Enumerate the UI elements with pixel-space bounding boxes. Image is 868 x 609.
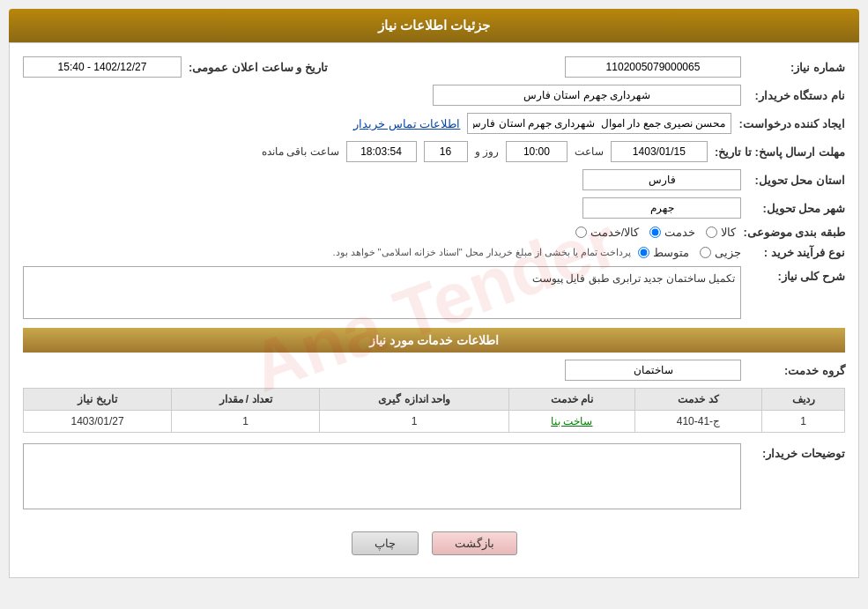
button-bar: بازگشت چاپ — [23, 523, 845, 564]
response-days-input[interactable] — [424, 141, 468, 162]
process-jozii-label: جزیی — [715, 246, 741, 259]
category-kala-khedmat-radio[interactable] — [575, 227, 587, 238]
buyer-notes-label: توضیحات خریدار: — [748, 443, 845, 460]
process-mottavaset-radio[interactable] — [638, 247, 649, 258]
description-text: تکمیل ساختمان جدید ترابری طبق فایل پیوست — [24, 267, 740, 290]
requester-label: ایجاد کننده درخواست: — [738, 117, 845, 130]
need-number-input[interactable] — [565, 56, 741, 78]
col-service-name: نام خدمت — [509, 389, 634, 411]
page-title: جزئیات اطلاعات نیاز — [9, 9, 859, 42]
buyer-org-row: نام دستگاه خریدار: — [23, 85, 845, 106]
process-jozii-radio[interactable] — [700, 247, 711, 258]
response-deadline-row: مهلت ارسال پاسخ: تا تاریخ: ساعت روز و سا… — [23, 141, 845, 162]
table-header-row: ردیف کد خدمت نام خدمت واحد اندازه گیری ت… — [24, 389, 845, 411]
response-remaining-input[interactable] — [346, 141, 417, 162]
announcement-label: تاریخ و ساعت اعلان عمومی: — [189, 61, 328, 74]
process-note: پرداخت تمام یا بخشی از مبلغ خریدار محل "… — [332, 247, 631, 258]
response-day-label: روز و — [475, 145, 499, 158]
delivery-city-row: شهر محل تحویل: — [23, 197, 845, 219]
col-quantity: تعداد / مقدار — [172, 389, 320, 411]
process-mottavaset-option[interactable]: متوسط — [638, 246, 689, 259]
response-time-input[interactable] — [506, 141, 568, 162]
buyer-org-label: نام دستگاه خریدار: — [748, 89, 845, 102]
response-remaining-label: ساعت باقی مانده — [262, 145, 339, 158]
print-button[interactable]: چاپ — [352, 531, 419, 555]
category-khedmat-label: خدمت — [664, 226, 695, 239]
need-number-row: شماره نیاز: تاریخ و ساعت اعلان عمومی: — [23, 56, 845, 78]
contact-link[interactable]: اطلاعات تماس خریدار — [353, 117, 460, 130]
service-group-input[interactable] — [565, 360, 741, 381]
category-khedmat-option[interactable]: خدمت — [649, 226, 695, 239]
delivery-city-input[interactable] — [582, 197, 741, 219]
need-number-label: شماره نیاز: — [748, 61, 845, 74]
services-section-header: اطلاعات خدمات مورد نیاز — [23, 328, 845, 353]
col-unit: واحد اندازه گیری — [319, 389, 508, 411]
requester-row: ایجاد کننده درخواست: اطلاعات تماس خریدار — [23, 113, 845, 134]
delivery-province-row: استان محل تحویل: — [23, 169, 845, 190]
category-row: طبقه بندی موضوعی: کالا خدمت کالا/خدمت — [23, 226, 845, 239]
cell-service-code: ج-41-410 — [634, 411, 762, 433]
description-label: شرح کلی نیاز: — [748, 266, 845, 283]
buyer-notes-textarea[interactable] — [24, 444, 740, 506]
response-time-label: ساعت — [575, 145, 604, 158]
category-kala-khedmat-option[interactable]: کالا/خدمت — [575, 226, 640, 239]
announcement-datetime-input[interactable] — [23, 56, 182, 78]
main-content: شماره نیاز: تاریخ و ساعت اعلان عمومی: نا… — [9, 42, 859, 578]
process-radio-group: جزیی متوسط — [638, 246, 741, 259]
col-row-num: ردیف — [762, 389, 845, 411]
category-radio-group: کالا خدمت کالا/خدمت — [575, 226, 737, 239]
service-group-label: گروه خدمت: — [748, 364, 845, 377]
response-date-input[interactable] — [611, 141, 708, 162]
cell-service-name: ساخت بنا — [509, 411, 634, 433]
description-row: شرح کلی نیاز: تکمیل ساختمان جدید ترابری … — [23, 266, 845, 319]
cell-quantity: 1 — [172, 411, 320, 433]
col-service-code: کد خدمت — [634, 389, 762, 411]
category-kala-khedmat-label: کالا/خدمت — [590, 226, 640, 239]
process-type-row: نوع فرآیند خرید : جزیی متوسط پرداخت تمام… — [23, 246, 845, 259]
service-name-link[interactable]: ساخت بنا — [551, 415, 592, 427]
process-mottavaset-label: متوسط — [653, 246, 689, 259]
table-row: 1 ج-41-410 ساخت بنا 1 1 1403/01/27 — [24, 411, 845, 433]
response-deadline-label: مهلت ارسال پاسخ: تا تاریخ: — [715, 145, 845, 159]
category-kala-label: کالا — [721, 226, 736, 239]
delivery-city-label: شهر محل تحویل: — [748, 202, 845, 215]
service-group-row: گروه خدمت: — [23, 360, 845, 381]
category-khedmat-radio[interactable] — [649, 227, 661, 238]
process-jozii-option[interactable]: جزیی — [700, 246, 741, 259]
category-kala-radio[interactable] — [706, 227, 717, 238]
page-wrapper: جزئیات اطلاعات نیاز شماره نیاز: تاریخ و … — [0, 0, 868, 587]
category-label: طبقه بندی موضوعی: — [743, 226, 845, 239]
services-table: ردیف کد خدمت نام خدمت واحد اندازه گیری ت… — [23, 388, 845, 433]
buyer-notes-row: توضیحات خریدار: — [23, 443, 845, 509]
col-need-date: تاریخ نیاز — [24, 389, 172, 411]
delivery-province-input[interactable] — [582, 169, 741, 190]
cell-row-num: 1 — [762, 411, 845, 433]
category-kala-option[interactable]: کالا — [706, 226, 736, 239]
requester-input[interactable] — [467, 113, 731, 134]
cell-unit: 1 — [319, 411, 508, 433]
cell-need-date: 1403/01/27 — [24, 411, 172, 433]
back-button[interactable]: بازگشت — [432, 531, 517, 555]
delivery-province-label: استان محل تحویل: — [748, 174, 845, 187]
buyer-org-input[interactable] — [433, 85, 741, 106]
process-type-label: نوع فرآیند خرید : — [748, 246, 845, 259]
